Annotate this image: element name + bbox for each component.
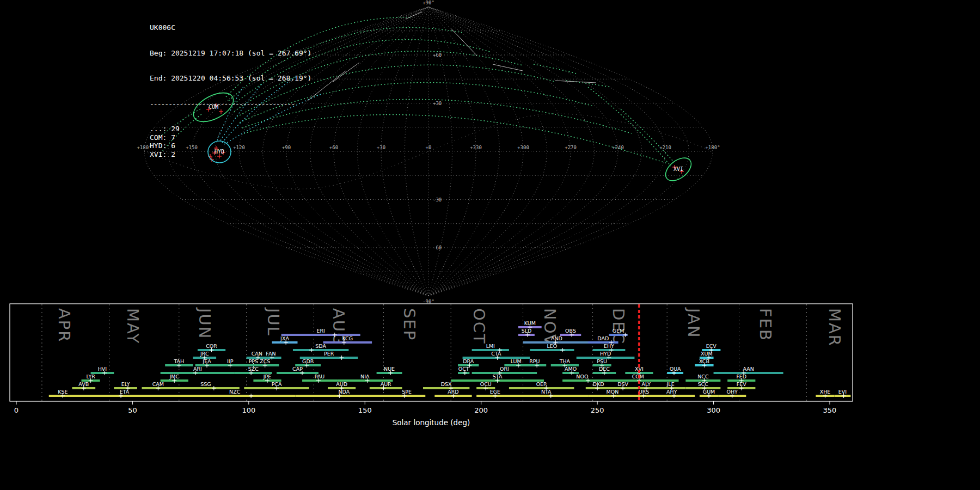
x-axis-title: Solar longitude (deg) (393, 418, 470, 427)
shower-label-DRA: DRA (463, 358, 474, 364)
grid-meridian (428, 7, 452, 296)
month-label-SEP: SEP (400, 308, 419, 341)
shower-label-AMO: AMO (565, 366, 577, 372)
x-tick-label: 350 (823, 406, 837, 414)
x-axis: 050100150200250300350Solar longitude (de… (14, 401, 837, 427)
meteor-trail (588, 87, 671, 166)
shower-label-COR: COR (206, 343, 217, 349)
x-tick-label: 0 (14, 406, 19, 414)
month-label-MAY: MAY (124, 308, 142, 344)
month-label-MAR: MAR (825, 308, 844, 347)
shower-label-JPE: JPE (263, 373, 272, 379)
shower-label-XCB: XCB (699, 358, 709, 364)
meteor-trail (493, 64, 523, 71)
shower-label-CAM: CAM (152, 381, 164, 387)
lon-label: +30 (377, 145, 385, 150)
shower-label-PAU: PAU (315, 373, 325, 379)
grid-meridian (428, 7, 523, 296)
shower-label-NOO: NOO (576, 373, 588, 379)
shower-label-NDA: NDA (338, 389, 350, 395)
x-tick-label: 300 (707, 406, 720, 414)
shower-label-JMC: JMC (169, 373, 179, 379)
shower-label-FAN: FAN (266, 351, 275, 357)
shower-label-AVB: AVB (78, 381, 89, 387)
shower-label-PCA: PCA (272, 381, 282, 387)
shower-label-LYR: LYR (86, 373, 95, 379)
shower-label-ERI: ERI (316, 328, 324, 334)
lon-label: +0 (426, 145, 432, 150)
grid-meridian (358, 7, 429, 296)
shower-label-XVI: XVI (635, 366, 644, 372)
shower-label-SSG: SSG (200, 381, 211, 387)
shower-label-DSX: DSX (441, 381, 452, 387)
grid-meridian (381, 7, 428, 296)
month-label-JUL: JUL (264, 307, 283, 336)
shower-label-QUA: QUA (670, 366, 681, 372)
shower-label-GUM: GUM (703, 389, 715, 395)
lat-label: +30 (433, 101, 442, 106)
meteor-trail (534, 64, 578, 74)
shower-label-NCC: NCC (697, 373, 709, 379)
shower-label-JXA: JXA (280, 335, 289, 341)
shower-label-CAP: CAP (292, 366, 303, 372)
shower-label-ARI: ARI (193, 366, 202, 372)
shower-label-TAH: TAH (173, 358, 184, 364)
end-time: End: 20251220 04:56:53 (sol = 268.19°) (150, 74, 311, 83)
shower-label-SPE: SPE (402, 389, 412, 395)
meteor-trail (621, 109, 674, 162)
shower-label-AUR: AUR (381, 381, 391, 387)
x-tick-label: 250 (591, 406, 604, 414)
shower-label-ORI: ORI (500, 366, 509, 372)
month-label-DEC: DEC (609, 308, 628, 345)
station-id: UK006C (150, 23, 311, 32)
shower-label-SDA: SDA (315, 343, 326, 349)
lon-label: +210 (659, 145, 671, 150)
shower-label-KUM: KUM (524, 320, 536, 326)
shower-label-AUD: AUD (336, 381, 347, 387)
lat-label: -60 (433, 245, 442, 250)
shower-label-MON: MON (606, 389, 618, 395)
lon-label: +300 (517, 145, 529, 150)
shower-label-CTA: CTA (491, 351, 501, 357)
lat-label: +60 (433, 52, 442, 58)
observation-info: UK006C Beg: 20251219 17:07:18 (sol = 267… (150, 7, 311, 167)
current-sol-marker (639, 304, 640, 401)
shower-label-EHY: EHY (604, 343, 614, 349)
shower-label-LUM: LUM (511, 358, 522, 364)
month-label-OCT: OCT (470, 308, 488, 345)
begin-time: Beg: 20251219 17:07:18 (sol = 267.69°) (150, 49, 311, 58)
shower-bars: KUMERISLDOBSGEMJXAKCGANDDADCORSDALMILEOE… (49, 320, 851, 398)
shower-label-NUE: NUE (384, 366, 395, 372)
shower-label-DAD: DAD (597, 335, 609, 341)
meteor-trail (308, 71, 346, 101)
shower-label-XHE: XHE (820, 389, 831, 395)
shower-label-NZC: NZC (229, 389, 241, 395)
shower-label-AHY: AHY (666, 389, 677, 395)
shower-label-ARD: ARD (448, 389, 458, 395)
shower-label-NIA: NIA (360, 373, 370, 379)
shower-label-HYD: HYD (600, 351, 611, 357)
x-tick-label: 200 (474, 406, 488, 414)
shower-label-CAN: CAN (252, 351, 262, 357)
shower-label-OCU: OCU (480, 381, 492, 387)
shower-label-URS: URS (639, 389, 650, 395)
count-XVI: XVI: 2 (150, 150, 311, 159)
shower-label-EGE: EGE (490, 389, 500, 395)
shower-ellipse-label-XVI: XVI (673, 166, 683, 172)
pole-label-north: +90° (422, 0, 434, 5)
lon-label: +180° (705, 145, 720, 150)
month-label-JUN: JUN (195, 307, 214, 339)
lat-label: -30 (433, 197, 442, 203)
shower-label-DEC: DEC (599, 366, 610, 372)
shower-label-JRC: JRC (200, 351, 209, 357)
month-label-FEB: FEB (756, 308, 775, 341)
x-tick-label: 100 (242, 406, 255, 414)
shower-label-ALY: ALY (642, 381, 651, 387)
shower-label-HVI: HVI (98, 366, 107, 372)
shower-label-NTA: NTA (541, 389, 552, 395)
shower-label-RPU: RPU (529, 358, 540, 364)
meteor-radiant-and-activity-plot: COMHYDXVI+180°+150+120+90+60+30+0+330+30… (0, 0, 980, 490)
shower-label-EVI: EVI (838, 389, 847, 395)
shower-label-THA: THA (559, 358, 571, 364)
meteor-trail (451, 28, 477, 56)
